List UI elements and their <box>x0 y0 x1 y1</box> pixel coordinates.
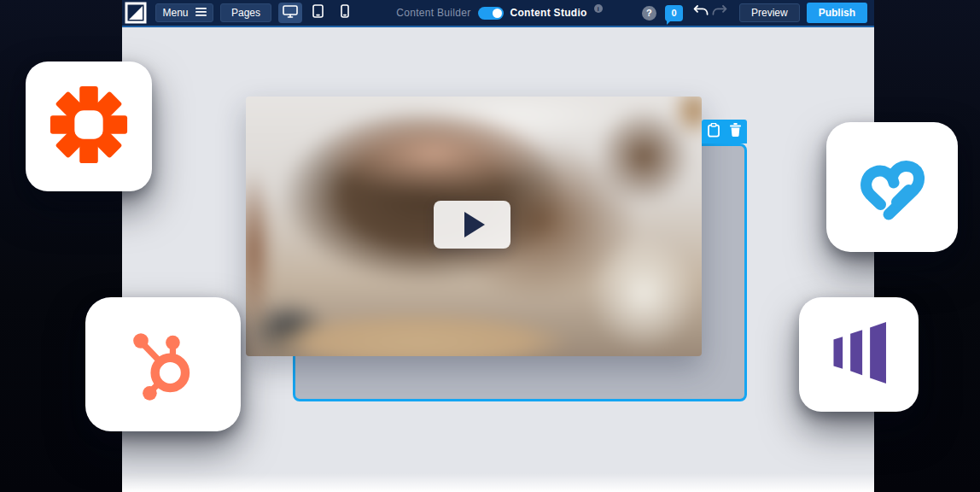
trash-icon <box>730 123 741 140</box>
pages-button[interactable]: Pages <box>220 3 271 22</box>
desktop-view-button[interactable] <box>278 3 302 23</box>
tablet-icon <box>312 4 324 21</box>
menu-button[interactable]: Menu <box>155 3 213 22</box>
mode-toggle[interactable] <box>478 7 504 20</box>
publish-button[interactable]: Publish <box>807 3 867 23</box>
marketo-icon <box>824 316 894 393</box>
page-canvas[interactable] <box>122 27 874 492</box>
mobile-view-button[interactable] <box>333 3 357 23</box>
zapier-card <box>26 62 152 191</box>
desktop-icon <box>283 5 298 21</box>
device-switcher <box>278 3 357 23</box>
tablet-view-button[interactable] <box>306 3 330 23</box>
marketo-card <box>799 297 919 412</box>
zapier-icon <box>47 83 131 170</box>
undo-icon <box>693 5 709 20</box>
mode-switch-group: Content Builder Content Studio i <box>396 7 602 20</box>
menu-button-label: Menu <box>162 7 188 19</box>
toggle-knob <box>493 9 502 18</box>
selection-toolbar <box>702 120 747 144</box>
pages-button-label: Pages <box>231 7 260 19</box>
content-studio-label: Content Studio <box>510 7 587 19</box>
content-builder-label: Content Builder <box>396 7 470 19</box>
notifications-badge[interactable]: 0 <box>665 5 683 21</box>
delete-button[interactable] <box>729 124 743 139</box>
redo-icon <box>712 5 727 20</box>
app-logo-icon[interactable] <box>125 2 147 24</box>
mobile-icon <box>341 4 349 21</box>
hubspot-card <box>85 297 241 431</box>
preview-button[interactable]: Preview <box>739 3 800 22</box>
play-icon <box>464 212 485 237</box>
copy-button[interactable] <box>707 124 720 139</box>
heart-app-card <box>826 122 958 252</box>
top-toolbar: Menu Pages <box>122 0 874 27</box>
copy-icon <box>708 123 720 141</box>
undo-button[interactable] <box>691 3 710 22</box>
heart-icon <box>849 146 935 228</box>
page: Menu Pages <box>0 0 980 492</box>
redo-button[interactable] <box>710 3 729 22</box>
hamburger-icon <box>195 7 207 19</box>
info-icon[interactable]: i <box>594 4 603 13</box>
help-icon[interactable]: ? <box>642 6 656 20</box>
video-play-button[interactable] <box>434 201 510 249</box>
hubspot-icon <box>116 319 210 411</box>
